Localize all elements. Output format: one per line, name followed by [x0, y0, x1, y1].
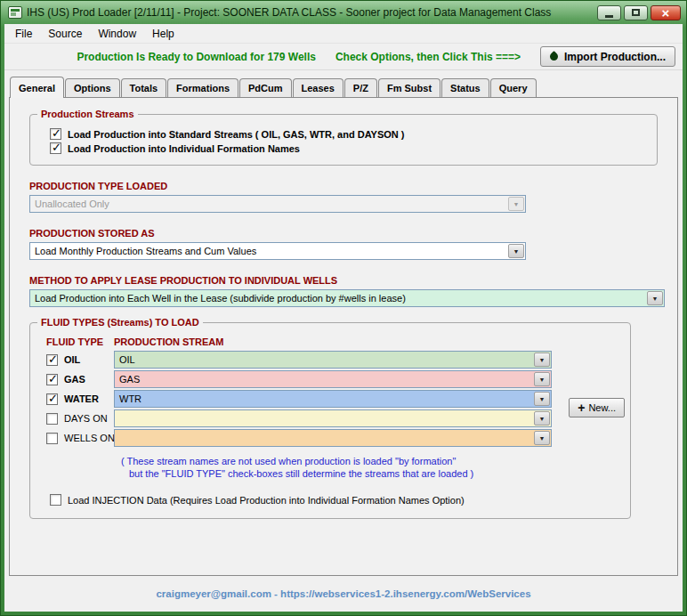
checkbox-box	[50, 142, 61, 154]
checkbox-individual-formation-names-label: Load Production into Individual Formatio…	[68, 143, 300, 154]
close-icon	[662, 6, 670, 20]
stream-names-note: ( These stream names are not used when p…	[121, 455, 625, 480]
fluid-checkbox-days-on[interactable]: DAYS ON	[46, 413, 114, 425]
chevron-down-icon[interactable]	[534, 411, 550, 426]
production-streams-group: Production Streams Load Production into …	[29, 114, 658, 166]
production-type-combobox[interactable]: Unallocated Only	[29, 195, 526, 213]
stream-value-oil: OIL	[115, 352, 533, 368]
tab-query[interactable]: Query	[490, 78, 537, 97]
note-line-1: ( These stream names are not used when p…	[121, 455, 625, 467]
tab-status[interactable]: Status	[441, 78, 489, 97]
check-options-text: Check Options, then Click This ===>	[335, 51, 521, 63]
production-stored-value: Load Monthly Production Streams and Cum …	[30, 243, 507, 259]
checkbox-box	[50, 128, 61, 140]
checkbox-box	[46, 354, 58, 366]
lease-method-combobox[interactable]: Load Production into Each Well in the Le…	[29, 289, 665, 307]
tab-general[interactable]: General	[10, 77, 64, 98]
chevron-down-icon[interactable]	[508, 244, 524, 258]
checkbox-standard-streams[interactable]: Load Production into Standard Streams ( …	[50, 128, 648, 140]
client-area: File Source Window Help Production Is Re…	[4, 24, 683, 612]
fluid-checkbox-gas[interactable]: GAS	[46, 374, 114, 385]
maximize-icon	[632, 9, 640, 16]
fluid-label-water: WATER	[64, 393, 99, 404]
fluid-checkbox-wells-on[interactable]: WELLS ON	[46, 433, 114, 444]
menu-window[interactable]: Window	[91, 26, 143, 42]
fluid-label-gas: GAS	[64, 374, 85, 385]
chevron-down-icon[interactable]	[508, 197, 524, 211]
production-stream-column-header: PRODUCTION STREAM	[114, 336, 223, 347]
fluid-checkbox-water[interactable]: WATER	[46, 393, 114, 405]
production-stored-combobox[interactable]: Load Monthly Production Streams and Cum …	[29, 242, 526, 260]
checkbox-box	[46, 393, 58, 405]
menu-help[interactable]: Help	[145, 26, 182, 42]
fluid-label-wells-on: WELLS ON	[64, 433, 115, 443]
tab-formations[interactable]: Formations	[167, 78, 238, 97]
fluid-types-group: FLUID TYPES (Streams) TO LOAD FLUID TYPE…	[29, 322, 631, 519]
minimize-button[interactable]	[597, 5, 621, 20]
maximize-button[interactable]	[624, 5, 648, 20]
checkbox-individual-formation-names[interactable]: Load Production into Individual Formatio…	[50, 142, 648, 154]
production-stored-label: PRODUCTION STORED AS	[29, 228, 663, 239]
tab-strip: General Options Totals Formations PdCum …	[4, 70, 683, 97]
titlebar[interactable]: IHS (US) Prod Loader [2/11/11] - Project…	[4, 1, 683, 24]
lease-method-value: Load Production into Each Well in the Le…	[30, 290, 646, 306]
close-button[interactable]	[651, 5, 681, 20]
window-controls	[597, 5, 681, 20]
production-type-label: PRODUCTION TYPE LOADED	[29, 181, 663, 191]
new-stream-button[interactable]: New...	[569, 398, 625, 417]
fluid-table-headers: FLUID TYPE PRODUCTION STREAM	[46, 336, 625, 347]
fluid-row-wells-on: WELLS ON	[46, 429, 625, 447]
tab-pdcum[interactable]: PdCum	[239, 78, 292, 97]
menubar: File Source Window Help	[4, 24, 683, 44]
tab-fm-subst[interactable]: Fm Subst	[378, 78, 440, 97]
checkbox-box	[50, 494, 61, 506]
stream-combobox-water[interactable]: WTR	[114, 390, 552, 408]
app-icon	[8, 6, 22, 19]
window-title: IHS (US) Prod Loader [2/11/11] - Project…	[27, 6, 593, 19]
lease-method-label: METHOD TO APPLY LEASE PRODUCTION TO INDI…	[29, 275, 663, 286]
import-production-button[interactable]: Import Production...	[540, 46, 675, 67]
footer-link[interactable]: craigmeyer@gmail.com - https://webservic…	[156, 588, 530, 599]
tab-pz[interactable]: P/Z	[344, 78, 377, 97]
stream-value-wells-on	[115, 430, 533, 446]
tab-totals[interactable]: Totals	[121, 78, 167, 97]
checkbox-load-injection[interactable]: Load INJECTION Data (Requires Load Produ…	[50, 494, 625, 506]
fluid-row-water: WATER WTR	[46, 390, 625, 408]
stream-value-days-on	[115, 410, 533, 426]
import-production-label: Import Production...	[564, 51, 666, 63]
new-stream-button-label: New...	[588, 402, 616, 413]
production-streams-group-title: Production Streams	[37, 109, 138, 119]
chevron-down-icon[interactable]	[534, 353, 550, 367]
fluid-label-oil: OIL	[64, 354, 80, 365]
fluid-row-days-on: DAYS ON	[46, 409, 625, 427]
status-footer: craigmeyer@gmail.com - https://webservic…	[4, 576, 683, 612]
menu-file[interactable]: File	[8, 26, 39, 42]
chevron-down-icon[interactable]	[647, 291, 663, 305]
checkbox-standard-streams-label: Load Production into Standard Streams ( …	[68, 129, 405, 140]
checkbox-box	[46, 433, 58, 444]
checkbox-box	[46, 413, 58, 425]
app-window: IHS (US) Prod Loader [2/11/11] - Project…	[0, 0, 687, 616]
fluid-row-gas: GAS GAS	[46, 370, 625, 388]
stream-value-gas: GAS	[115, 371, 533, 387]
fluid-type-column-header: FLUID TYPE	[46, 336, 114, 347]
stream-combobox-gas[interactable]: GAS	[114, 370, 552, 388]
plus-icon	[578, 401, 585, 414]
tab-leases[interactable]: Leases	[293, 78, 344, 97]
chevron-down-icon[interactable]	[534, 431, 550, 445]
fluid-checkbox-oil[interactable]: OIL	[46, 354, 114, 366]
checkbox-load-injection-label: Load INJECTION Data (Requires Load Produ…	[68, 495, 465, 506]
chevron-down-icon[interactable]	[534, 372, 550, 386]
fluid-types-group-title: FLUID TYPES (Streams) TO LOAD	[37, 317, 203, 328]
production-type-value: Unallocated Only	[30, 196, 507, 212]
tab-options[interactable]: Options	[65, 78, 120, 97]
menu-source[interactable]: Source	[41, 26, 89, 42]
note-line-2: but the "FLUID TYPE" check-boxes still d…	[129, 467, 625, 480]
chevron-down-icon[interactable]	[534, 392, 550, 406]
stream-combobox-days-on[interactable]	[114, 409, 552, 427]
fluid-row-oil: OIL OIL	[46, 351, 625, 369]
checkbox-box	[46, 374, 58, 385]
stream-combobox-wells-on[interactable]	[114, 429, 552, 447]
fluid-label-days-on: DAYS ON	[64, 413, 108, 424]
stream-combobox-oil[interactable]: OIL	[114, 351, 552, 369]
